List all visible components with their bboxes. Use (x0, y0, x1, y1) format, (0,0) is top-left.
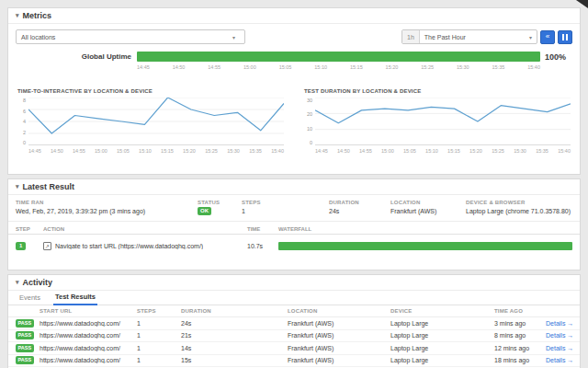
time-range-prefix: 1h (402, 30, 420, 43)
y-tick-label: 10 (307, 126, 312, 132)
global-uptime-label: Global Uptime (16, 52, 131, 61)
time-tick-label: 14:50 (173, 64, 186, 70)
time-tick-label: 14:45 (137, 64, 150, 70)
y-tick-label: 4 (23, 119, 26, 124)
activity-table-headers: START URL STEPS DURATION LOCATION DEVICE… (8, 305, 580, 317)
latest-summary-headers: TIME RAN STATUS STEPS DURATION LOCATION … (8, 195, 580, 205)
x-tick-label: 15:35 (536, 148, 548, 154)
device-value: Laptop Large (390, 345, 494, 351)
metrics-title: Metrics (23, 11, 52, 20)
col-header-device: DEVICE (390, 308, 494, 314)
start-url[interactable]: https://www.datadoghq.com/ (40, 332, 137, 339)
latest-result-panel: ▾ Latest Result TIME RAN STATUS STEPS DU… (7, 178, 581, 270)
col-header-steps: STEPS (242, 200, 329, 205)
arrow-right-icon: → (567, 320, 573, 327)
col-header-duration: DURATION (181, 308, 288, 314)
chevron-down-icon: ▾ (16, 183, 19, 190)
device-value: Laptop Large (390, 332, 494, 339)
tti-chart-yaxis: 86420 (17, 98, 28, 145)
x-tick-label: 14:45 (28, 148, 41, 154)
tab-events[interactable]: Events (17, 292, 42, 305)
start-url[interactable]: https://www.datadoghq.com/ (40, 320, 137, 327)
latest-result-title: Latest Result (23, 182, 75, 191)
step-row[interactable]: 1 ↗ Navigate to start URL (https://www.d… (8, 235, 580, 250)
details-label: Details (546, 357, 565, 363)
rewind-button[interactable]: « (540, 30, 555, 44)
duration-value: 24s (181, 320, 288, 327)
time-tick-label: 15:05 (279, 64, 292, 70)
pass-badge: PASS (16, 344, 34, 352)
activity-row[interactable]: PASS https://www.datadoghq.com/ 1 15s Fr… (8, 355, 580, 368)
arrow-right-icon: → (567, 357, 573, 363)
navigate-icon: ↗ (43, 242, 51, 250)
x-tick-label: 14:45 (315, 148, 328, 154)
x-tick-label: 15:05 (117, 148, 130, 154)
test-duration-chart-plot[interactable] (315, 98, 571, 145)
x-tick-label: 15:25 (492, 148, 504, 154)
col-header-status: STATUS (198, 200, 242, 205)
steps-table-headers: STEP ACTION TIME WATERFALL (8, 222, 580, 235)
latest-result-section-header[interactable]: ▾ Latest Result (8, 179, 580, 195)
col-header-steps: STEPS (137, 308, 181, 314)
tab-test-results[interactable]: Test Results (53, 291, 97, 305)
duration-value: 24s (329, 208, 390, 214)
global-uptime-row: Global Uptime 100% (8, 48, 580, 62)
pass-badge: PASS (16, 319, 34, 328)
tti-chart-plot[interactable] (28, 98, 284, 145)
duration-value: 21s (181, 332, 288, 339)
col-header-action: ACTION (43, 226, 247, 232)
time-ago-value: 3 mins ago (494, 320, 546, 327)
col-header-waterfall: WATERFALL (278, 226, 572, 232)
x-tick-label: 15:15 (447, 148, 460, 154)
activity-row[interactable]: PASS https://www.datadoghq.com/ 1 24s Fr… (8, 317, 580, 330)
start-url[interactable]: https://www.datadoghq.com/ (40, 357, 137, 363)
time-ago-value: 8 mins ago (494, 332, 546, 339)
location-filter-select[interactable]: All locations ▾ (16, 29, 245, 44)
y-tick-label: 8 (23, 98, 26, 103)
x-tick-label: 15:20 (469, 148, 482, 154)
tti-chart: TIME-TO-INTERACTIVE BY LOCATION & DEVICE… (17, 88, 284, 154)
rewind-icon: « (546, 33, 549, 40)
test-duration-chart: TEST DURATION BY LOCATION & DEVICE 30201… (304, 88, 571, 154)
metrics-section-header[interactable]: ▾ Metrics (8, 8, 580, 24)
pass-badge: PASS (16, 331, 34, 339)
details-link[interactable]: Details → (546, 320, 573, 327)
x-tick-label: 15:05 (403, 148, 416, 154)
pause-button[interactable] (558, 30, 572, 44)
start-url[interactable]: https://www.datadoghq.com/ (40, 345, 137, 351)
y-tick-label: 0 (310, 140, 312, 145)
time-range-value: The Past Hour (420, 34, 529, 40)
steps-count: 1 (137, 345, 181, 351)
time-ago-value: 18 mins ago (494, 357, 546, 363)
chevron-down-icon: ▾ (16, 279, 19, 286)
details-link[interactable]: Details → (546, 332, 573, 339)
metrics-controls: All locations ▾ 1h The Past Hour ▾ « (8, 24, 580, 48)
details-link[interactable]: Details → (546, 345, 573, 351)
latest-summary-values: Wed, Feb, 27, 2019, 3:39:32 pm (3 mins a… (8, 205, 580, 222)
details-link[interactable]: Details → (546, 357, 573, 363)
test-duration-chart-yaxis: 3020100 (304, 98, 315, 145)
location-value: Frankfurt (AWS) (288, 332, 390, 339)
location-value: Frankfurt (AWS) (288, 320, 390, 327)
x-tick-label: 15:30 (227, 148, 240, 154)
time-controls: 1h The Past Hour ▾ « (401, 29, 572, 44)
activity-panel: ▾ Activity Events Test Results START URL… (7, 274, 581, 368)
duration-value: 14s (181, 345, 288, 351)
waterfall-bar[interactable] (278, 242, 572, 250)
global-uptime-bar[interactable] (137, 52, 540, 62)
activity-row[interactable]: PASS https://www.datadoghq.com/ 1 14s Fr… (8, 342, 580, 355)
activity-title: Activity (23, 278, 53, 287)
col-header-device-browser: DEVICE & BROWSER (466, 200, 572, 205)
steps-count: 1 (137, 332, 181, 339)
time-range-select[interactable]: 1h The Past Hour ▾ (401, 29, 537, 44)
x-tick-label: 15:15 (161, 148, 174, 154)
tti-chart-xaxis: 14:4514:5014:5515:0015:0515:1015:1515:20… (28, 148, 284, 154)
metrics-panel: ▾ Metrics All locations ▾ 1h The Past Ho… (7, 7, 581, 175)
details-label: Details (546, 332, 565, 339)
step-action-text: Navigate to start URL (https://www.datad… (55, 243, 203, 249)
activity-row[interactable]: PASS https://www.datadoghq.com/ 1 21s Fr… (8, 330, 580, 343)
location-value: Frankfurt (AWS) (288, 345, 390, 351)
steps-count: 1 (137, 357, 181, 363)
x-tick-label: 15:25 (205, 148, 218, 154)
activity-section-header[interactable]: ▾ Activity (8, 275, 580, 291)
